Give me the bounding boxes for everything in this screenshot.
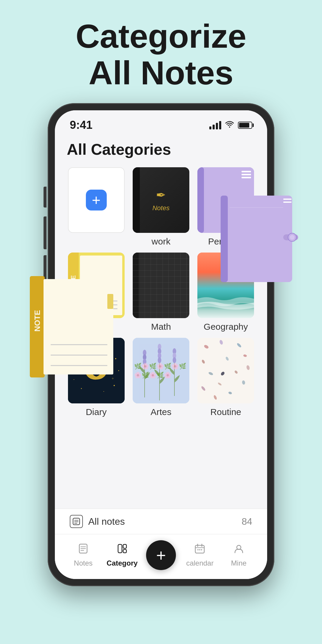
tab-category[interactable]: Category xyxy=(103,543,141,567)
svg-rect-19 xyxy=(242,174,251,175)
notes-card-text: Notes xyxy=(152,204,169,212)
feather-icon: ✒ xyxy=(156,188,166,202)
all-notes-text: All notes xyxy=(88,516,125,527)
svg-rect-10 xyxy=(221,196,228,282)
math-label: Math xyxy=(151,322,171,332)
svg-point-84 xyxy=(197,549,199,550)
svg-text:NOTE: NOTE xyxy=(33,310,42,332)
floating-notebook-purple xyxy=(212,193,301,288)
svg-point-48 xyxy=(158,357,161,363)
work-card[interactable]: ✒ Notes xyxy=(133,167,189,233)
svg-rect-8 xyxy=(283,199,292,200)
add-fab-button[interactable]: + xyxy=(146,540,176,570)
add-card[interactable]: + xyxy=(68,167,125,233)
status-time: 9:41 xyxy=(70,119,92,131)
svg-point-15 xyxy=(229,126,230,128)
svg-rect-9 xyxy=(283,202,292,203)
svg-rect-7 xyxy=(221,196,292,282)
work-label: work xyxy=(151,236,170,247)
math-card[interactable] xyxy=(133,253,189,318)
add-btn-icon[interactable]: + xyxy=(86,190,107,210)
status-icons xyxy=(209,121,252,129)
svg-rect-78 xyxy=(123,544,126,548)
svg-point-35 xyxy=(103,391,104,392)
volume-silent-button xyxy=(44,187,47,208)
svg-point-28 xyxy=(115,358,116,359)
all-notes-left: All notes xyxy=(70,515,125,528)
all-notes-count: 84 xyxy=(242,516,252,527)
status-bar: 9:41 xyxy=(55,110,267,134)
signal-icon xyxy=(209,121,221,129)
categories-title: All Categories xyxy=(67,140,255,158)
svg-point-33 xyxy=(114,385,115,386)
all-notes-icon xyxy=(70,515,83,528)
diary-label: Diary xyxy=(86,407,107,417)
category-routine[interactable]: Routine xyxy=(196,338,255,417)
tab-notes[interactable]: Notes xyxy=(64,543,103,567)
svg-point-43 xyxy=(143,359,146,365)
tab-bar: Notes Category xyxy=(55,534,267,579)
svg-point-32 xyxy=(74,379,74,380)
svg-rect-2 xyxy=(44,279,113,374)
svg-point-86 xyxy=(201,549,202,550)
svg-rect-18 xyxy=(242,171,251,172)
wifi-icon xyxy=(225,121,234,129)
tab-add[interactable]: + xyxy=(142,540,180,570)
mine-tab-label: Mine xyxy=(231,559,247,567)
all-notes-row[interactable]: All notes 84 xyxy=(55,509,267,534)
tab-calendar[interactable]: calendar xyxy=(180,543,219,567)
svg-point-13 xyxy=(290,235,295,240)
artes-card[interactable] xyxy=(133,338,189,403)
category-artes[interactable]: Artes xyxy=(131,338,190,417)
geography-label: Geography xyxy=(204,322,248,332)
routine-card[interactable] xyxy=(197,338,254,403)
category-tab-label: Category xyxy=(107,559,138,567)
svg-point-85 xyxy=(199,549,200,550)
notes-tab-label: Notes xyxy=(74,559,93,567)
notes-icon xyxy=(78,543,89,557)
svg-rect-77 xyxy=(118,544,122,553)
bottom-bar: All notes 84 xyxy=(55,509,267,579)
svg-rect-17 xyxy=(197,167,204,233)
category-math[interactable]: Math xyxy=(131,253,190,332)
calendar-tab-label: calendar xyxy=(186,559,213,567)
category-add[interactable]: + xyxy=(67,167,126,247)
battery-icon xyxy=(238,122,252,129)
phone-frame-wrapper: NOTE xyxy=(39,103,283,610)
hero-title: Categorize All Notes xyxy=(76,18,247,91)
svg-rect-20 xyxy=(242,177,251,178)
svg-point-52 xyxy=(173,357,176,363)
category-icon xyxy=(117,543,128,557)
category-work[interactable]: ✒ Notes work xyxy=(131,167,190,247)
floating-notebook-yellow: NOTE xyxy=(30,276,113,377)
work-card-inner: ✒ Notes xyxy=(152,188,169,212)
svg-rect-3 xyxy=(107,294,113,309)
svg-point-34 xyxy=(81,388,82,389)
routine-label: Routine xyxy=(210,407,241,417)
volume-up-button xyxy=(44,216,47,249)
svg-rect-79 xyxy=(123,549,126,553)
calendar-icon xyxy=(194,543,205,557)
artes-label: Artes xyxy=(151,407,171,417)
svg-point-31 xyxy=(118,370,119,371)
tab-mine[interactable]: Mine xyxy=(219,543,258,567)
mine-icon xyxy=(233,543,244,557)
